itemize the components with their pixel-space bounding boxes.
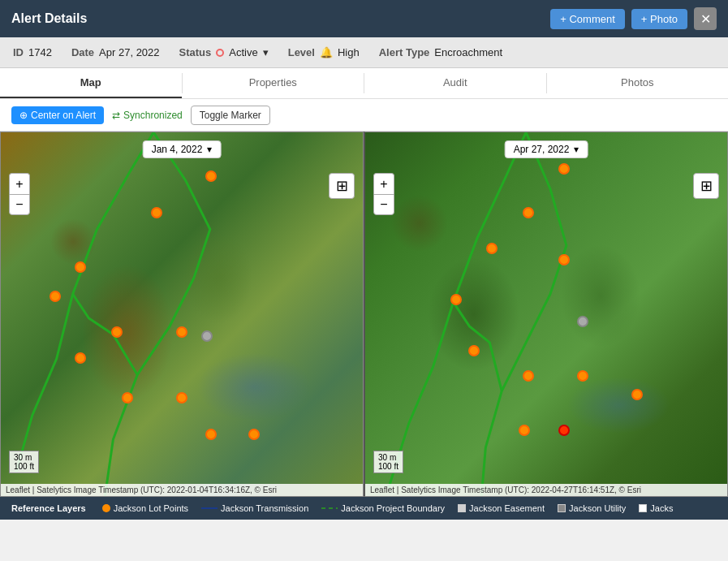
scale-box-right: 30 m 100 ft bbox=[373, 451, 403, 473]
ref-item-jacks: Jacks bbox=[639, 503, 673, 513]
marker-right-6 bbox=[523, 370, 534, 382]
marker-left-9 bbox=[111, 326, 123, 338]
ref-item-lot-points: Jackson Lot Points bbox=[102, 503, 188, 513]
reference-layers-bar: Reference Layers Jackson Lot Points Jack… bbox=[0, 497, 728, 520]
zoom-in-right-button[interactable]: + bbox=[373, 173, 394, 194]
meta-date: Date Apr 27, 2022 bbox=[71, 46, 160, 58]
alert-type-label: Alert Type bbox=[379, 46, 430, 58]
ref-square-jacks bbox=[639, 504, 647, 512]
ref-line-blue bbox=[201, 507, 218, 509]
zoom-controls-right: + − bbox=[373, 173, 394, 215]
map-background-left bbox=[1, 132, 363, 496]
scale-box-left: 30 m 100 ft bbox=[9, 451, 39, 473]
map-date-left-text: Jan 4, 2022 bbox=[152, 144, 203, 155]
photo-button[interactable]: + Photo bbox=[631, 9, 687, 29]
close-icon: ✕ bbox=[700, 11, 711, 27]
tab-map[interactable]: Map bbox=[0, 68, 182, 98]
ref-item-transmission: Jackson Transmission bbox=[201, 503, 308, 513]
toggle-marker-button[interactable]: Toggle Marker bbox=[191, 106, 270, 125]
zoom-out-right-button[interactable]: − bbox=[373, 194, 394, 215]
date-value: Apr 27, 2022 bbox=[99, 46, 159, 58]
meta-id: ID 1742 bbox=[13, 46, 52, 58]
status-dropdown-button[interactable]: ▾ bbox=[263, 46, 269, 58]
marker-right-4 bbox=[450, 294, 462, 305]
alert-type-value: Encroachment bbox=[434, 46, 502, 58]
status-label: Status bbox=[179, 46, 212, 58]
ref-label-boundary: Jackson Project Boundary bbox=[341, 503, 445, 513]
ref-item-easement: Jackson Easement bbox=[458, 503, 545, 513]
map-panel-left: Jan 4, 2022 ▾ + − ⊞ 30 m 100 ft Leaflet … bbox=[0, 132, 364, 497]
header: Alert Details + Comment + Photo ✕ bbox=[0, 0, 728, 37]
layers-icon-left: ⊞ bbox=[336, 177, 348, 195]
tab-audit[interactable]: Audit bbox=[364, 68, 546, 98]
synchronized-button[interactable]: ⇄ Synchronized bbox=[112, 110, 183, 121]
status-value: Active bbox=[229, 46, 257, 58]
map-date-bar-right[interactable]: Apr 27, 2022 ▾ bbox=[505, 140, 588, 158]
meta-row: ID 1742 Date Apr 27, 2022 Status Active … bbox=[0, 37, 728, 68]
ref-line-dashed-green bbox=[321, 507, 338, 509]
marker-right-9 bbox=[519, 425, 530, 436]
layers-button-right[interactable]: ⊞ bbox=[693, 173, 719, 199]
crosshair-icon: ⊕ bbox=[19, 110, 28, 121]
map-date-right-text: Apr 27, 2022 bbox=[514, 144, 570, 155]
marker-left-gray bbox=[201, 330, 213, 342]
marker-right-2 bbox=[523, 207, 534, 218]
ref-label-lot-points: Jackson Lot Points bbox=[114, 503, 188, 513]
ref-label-easement: Jackson Easement bbox=[469, 503, 545, 513]
close-button[interactable]: ✕ bbox=[694, 7, 717, 30]
sync-icon: ⇄ bbox=[112, 110, 120, 121]
maps-container: Jan 4, 2022 ▾ + − ⊞ 30 m 100 ft Leaflet … bbox=[0, 132, 728, 497]
zoom-out-left-button[interactable]: − bbox=[9, 194, 30, 215]
marker-right-7 bbox=[577, 370, 588, 382]
marker-left-6 bbox=[122, 392, 133, 403]
map-attribution-right: Leaflet | Satelytics Image Timestamp (UT… bbox=[365, 484, 727, 496]
meta-level: Level 🔔 High bbox=[288, 46, 360, 58]
map-date-bar-left[interactable]: Jan 4, 2022 ▾ bbox=[143, 140, 222, 158]
scale-ft-right: 100 ft bbox=[378, 462, 398, 471]
ref-square-utility bbox=[558, 504, 566, 512]
map-toolbar: ⊕ Center on Alert ⇄ Synchronized Toggle … bbox=[0, 99, 728, 132]
tab-properties[interactable]: Properties bbox=[183, 68, 364, 98]
ref-item-utility: Jackson Utility bbox=[558, 503, 626, 513]
tab-photos[interactable]: Photos bbox=[547, 68, 729, 98]
ref-label-jacks: Jacks bbox=[650, 503, 673, 513]
map-date-right-chevron: ▾ bbox=[574, 144, 579, 155]
meta-status: Status Active ▾ bbox=[179, 46, 269, 58]
meta-alert-type: Alert Type Encroachment bbox=[379, 46, 502, 58]
marker-right-10 bbox=[558, 254, 570, 265]
id-value: 1742 bbox=[28, 46, 52, 58]
id-label: ID bbox=[13, 46, 24, 58]
page-title: Alert Details bbox=[11, 11, 87, 26]
zoom-in-left-button[interactable]: + bbox=[9, 173, 30, 194]
status-circle-icon bbox=[216, 49, 224, 57]
marker-right-red bbox=[558, 425, 570, 436]
marker-left-1 bbox=[205, 170, 217, 182]
layers-icon-right: ⊞ bbox=[700, 177, 713, 195]
marker-left-11 bbox=[205, 429, 217, 440]
marker-left-7 bbox=[176, 392, 187, 403]
layers-button-left[interactable]: ⊞ bbox=[329, 173, 355, 199]
marker-right-5 bbox=[468, 345, 480, 356]
comment-button[interactable]: + Comment bbox=[550, 9, 625, 29]
marker-right-3 bbox=[486, 243, 498, 254]
marker-right-8 bbox=[631, 389, 643, 400]
ref-dot-orange bbox=[102, 504, 110, 512]
marker-left-10 bbox=[248, 429, 260, 440]
marker-right-1 bbox=[558, 163, 570, 175]
marker-right-gray bbox=[577, 316, 588, 327]
marker-left-8 bbox=[75, 261, 86, 273]
level-value: High bbox=[338, 46, 360, 58]
ref-square-easement bbox=[458, 504, 466, 512]
ref-item-boundary: Jackson Project Boundary bbox=[321, 503, 445, 513]
ref-label-transmission: Jackson Transmission bbox=[221, 503, 308, 513]
center-on-alert-button[interactable]: ⊕ Center on Alert bbox=[11, 106, 104, 124]
map-attribution-left: Leaflet | Satelytics Image Timestamp (UT… bbox=[1, 484, 363, 496]
scale-m-left: 30 m bbox=[14, 453, 34, 462]
ref-label-utility: Jackson Utility bbox=[569, 503, 626, 513]
marker-left-5 bbox=[75, 352, 86, 364]
scale-m-right: 30 m bbox=[378, 453, 398, 462]
scale-ft-left: 100 ft bbox=[14, 462, 34, 471]
date-label: Date bbox=[71, 46, 94, 58]
header-buttons: + Comment + Photo ✕ bbox=[550, 7, 717, 30]
ref-layers-label: Reference Layers bbox=[11, 503, 86, 513]
